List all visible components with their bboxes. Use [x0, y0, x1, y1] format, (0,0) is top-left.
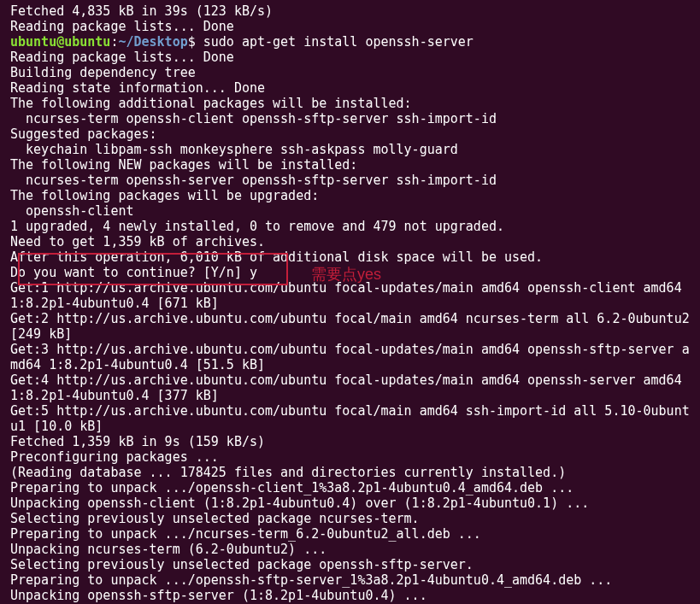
terminal-line: The following additional packages will b…: [10, 96, 690, 111]
terminal-line: ncurses-term openssh-server openssh-sftp…: [10, 173, 690, 188]
prompt-path: ~/Desktop: [118, 34, 187, 50]
terminal-line: Preconfiguring packages ...: [10, 449, 690, 465]
prompt-user-host: ubuntu@ubuntu: [10, 34, 110, 50]
terminal-line: Unpacking openssh-client (1:8.2p1-4ubunt…: [10, 496, 690, 511]
terminal-line: Get:2 http://us.archive.ubuntu.com/ubunt…: [10, 311, 690, 342]
terminal-line: Get:5 http://us.archive.ubuntu.com/ubunt…: [10, 403, 690, 434]
terminal-line: The following packages will be upgraded:: [10, 188, 690, 203]
terminal-line: (Reading database ... 178425 files and d…: [10, 465, 690, 480]
terminal-line: Need to get 1,359 kB of archives.: [10, 234, 690, 249]
terminal-line: Selecting previously unselected package …: [10, 557, 690, 572]
terminal-line: Unpacking openssh-sftp-server (1:8.2p1-4…: [10, 588, 690, 603]
terminal-line: Do you want to continue? [Y/n] y: [10, 265, 690, 280]
command-text: sudo apt-get install openssh-server: [196, 34, 474, 50]
terminal-line: Preparing to unpack .../openssh-sftp-ser…: [10, 572, 690, 588]
terminal-line: ncurses-term openssh-client openssh-sftp…: [10, 111, 690, 126]
terminal-line: After this operation, 6,010 kB of additi…: [10, 249, 690, 265]
terminal-line: Reading state information... Done: [10, 80, 690, 96]
terminal-line: openssh-client: [10, 203, 690, 219]
terminal-line: Selecting previously unselected package …: [10, 511, 690, 526]
terminal-line: Fetched 4,835 kB in 39s (123 kB/s): [10, 3, 690, 19]
terminal-line: Unpacking ncurses-term (6.2-0ubuntu2) ..…: [10, 542, 690, 557]
terminal-viewport[interactable]: Fetched 4,835 kB in 39s (123 kB/s)Readin…: [10, 3, 690, 603]
terminal-line: The following NEW packages will be insta…: [10, 157, 690, 173]
terminal-line: Reading package lists... Done: [10, 50, 690, 65]
prompt-dollar: $: [188, 34, 196, 50]
terminal-line: 1 upgraded, 4 newly installed, 0 to remo…: [10, 219, 690, 234]
terminal-line: Reading package lists... Done: [10, 19, 690, 34]
terminal-line: Preparing to unpack .../ncurses-term_6.2…: [10, 526, 690, 542]
terminal-line: Get:4 http://us.archive.ubuntu.com/ubunt…: [10, 372, 690, 403]
terminal-line: Preparing to unpack .../openssh-client_1…: [10, 480, 690, 496]
terminal-line: Fetched 1,359 kB in 9s (159 kB/s): [10, 434, 690, 449]
terminal-line: ubuntu@ubuntu:~/Desktop$ sudo apt-get in…: [10, 34, 690, 50]
terminal-line: Suggested packages:: [10, 126, 690, 142]
terminal-line: keychain libpam-ssh monkeysphere ssh-ask…: [10, 142, 690, 157]
terminal-line: Get:1 http://us.archive.ubuntu.com/ubunt…: [10, 280, 690, 311]
terminal-line: Building dependency tree: [10, 65, 690, 80]
terminal-output: Fetched 4,835 kB in 39s (123 kB/s)Readin…: [10, 3, 690, 603]
terminal-line: Get:3 http://us.archive.ubuntu.com/ubunt…: [10, 342, 690, 372]
